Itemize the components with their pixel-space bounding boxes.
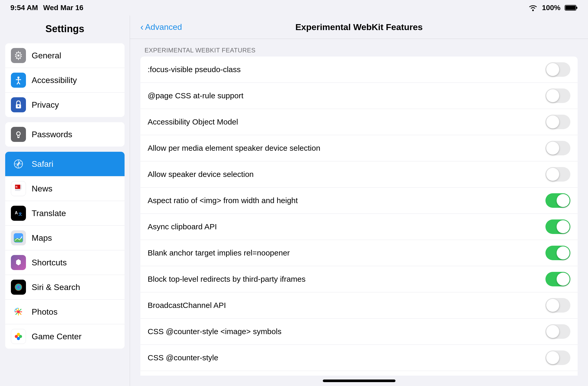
toggle-focus-visible[interactable] xyxy=(545,62,570,77)
toggle-knob xyxy=(546,299,559,312)
general-label: General xyxy=(32,51,61,60)
feature-item: CSS @counter-style <image> symbols xyxy=(140,319,578,345)
status-time: 9:54 AM xyxy=(10,4,38,12)
feature-label: Async clipboard API xyxy=(148,222,217,231)
settings-group-2: Passwords xyxy=(5,122,125,147)
svg-line-9 xyxy=(18,82,20,84)
sidebar-item-translate[interactable]: A 文 Translate xyxy=(5,201,125,226)
sidebar-item-gamecenter[interactable]: Game Center xyxy=(5,324,125,349)
back-button[interactable]: ‹ Advanced xyxy=(140,22,182,33)
feature-label: Block top-level redirects by third-party… xyxy=(148,275,306,284)
main-layout: Settings General xyxy=(0,16,588,386)
translate-label: Translate xyxy=(32,209,66,218)
back-label: Advanced xyxy=(145,22,182,32)
siri-icon xyxy=(11,280,26,295)
svg-rect-14 xyxy=(18,136,19,137)
sidebar-item-safari[interactable]: Safari xyxy=(5,152,125,176)
shortcuts-icon xyxy=(11,255,26,270)
news-label: News xyxy=(32,184,52,194)
status-bar-right: 100% xyxy=(528,4,578,12)
sidebar-item-news[interactable]: N News xyxy=(5,176,125,201)
toggle-block-redirects[interactable] xyxy=(545,272,570,286)
photos-label: Photos xyxy=(32,307,58,317)
feature-label: Allow speaker device selection xyxy=(148,170,254,179)
sidebar-item-shortcuts[interactable]: Shortcuts xyxy=(5,250,125,275)
status-bar-left: 9:54 AM Wed Mar 16 xyxy=(10,4,83,12)
feature-item: Blank anchor target implies rel=noopener xyxy=(140,240,578,266)
svg-point-5 xyxy=(17,77,19,79)
toggle-css-counter-style[interactable] xyxy=(545,350,570,365)
sidebar-title: Settings xyxy=(5,21,125,37)
siri-label: Siri & Search xyxy=(32,282,80,292)
feature-label: Accessibility Object Model xyxy=(148,118,238,126)
battery-percent: 100% xyxy=(542,4,560,12)
gamecenter-label: Game Center xyxy=(32,332,81,341)
svg-text:文: 文 xyxy=(18,212,22,216)
feature-item: Aspect ratio of <img> from width and hei… xyxy=(140,188,578,214)
toggle-knob xyxy=(557,220,570,233)
toggle-knob xyxy=(546,325,559,338)
toggle-page-css[interactable] xyxy=(545,88,570,103)
accessibility-label: Accessibility xyxy=(32,75,77,85)
feature-item: Allow speaker device selection xyxy=(140,161,578,188)
feature-item: CSS @counter-style xyxy=(140,345,578,371)
toggle-blank-anchor[interactable] xyxy=(545,246,570,260)
feature-item: Async clipboard API xyxy=(140,214,578,240)
sidebar-item-privacy[interactable]: Privacy xyxy=(5,93,125,117)
page-title: Experimental WebKit Features xyxy=(295,22,423,32)
status-bar: 9:54 AM Wed Mar 16 100% xyxy=(0,0,588,16)
safari-icon xyxy=(11,156,26,171)
passwords-label: Passwords xyxy=(32,130,72,139)
toggle-knob xyxy=(546,115,559,128)
toggle-broadcast-channel[interactable] xyxy=(545,298,570,313)
sidebar-item-maps[interactable]: Maps xyxy=(5,226,125,250)
home-bar xyxy=(323,380,395,382)
feature-label: @page CSS at-rule support xyxy=(148,91,243,100)
feature-label: CSS @counter-style xyxy=(148,353,218,362)
content-area: EXPERIMENTAL WEBKIT FEATURES :focus-visi… xyxy=(130,39,588,376)
safari-label: Safari xyxy=(32,159,53,169)
feature-label: CSS @counter-style <image> symbols xyxy=(148,327,282,336)
svg-marker-18 xyxy=(17,161,20,166)
photos-icon xyxy=(11,304,26,319)
sidebar: Settings General xyxy=(0,16,130,386)
feature-label: :focus-visible pseudo-class xyxy=(148,65,241,74)
sidebar-item-siri[interactable]: Siri & Search xyxy=(5,275,125,300)
svg-point-12 xyxy=(17,132,20,135)
feature-label: Blank anchor target implies rel=noopener xyxy=(148,249,290,257)
svg-point-27 xyxy=(17,311,20,313)
battery-icon xyxy=(565,4,578,11)
svg-point-4 xyxy=(17,54,19,57)
general-icon xyxy=(11,48,26,63)
feature-label: BroadcastChannel API xyxy=(148,301,226,310)
status-date: Wed Mar 16 xyxy=(43,4,83,12)
svg-text:N: N xyxy=(16,185,17,188)
toggle-aspect-ratio-img[interactable] xyxy=(545,193,570,208)
toggle-knob xyxy=(546,89,559,102)
wifi-icon xyxy=(528,4,538,11)
feature-item: Block top-level redirects by third-party… xyxy=(140,266,578,292)
sidebar-item-photos[interactable]: Photos xyxy=(5,300,125,324)
right-panel: ‹ Advanced Experimental WebKit Features … xyxy=(130,16,588,386)
svg-point-0 xyxy=(532,10,534,11)
toggle-accessibility-model[interactable] xyxy=(545,115,570,129)
toggle-css-counter-image[interactable] xyxy=(545,324,570,339)
sidebar-item-accessibility[interactable]: Accessibility xyxy=(5,68,125,93)
toggle-knob xyxy=(546,142,559,155)
sidebar-item-general[interactable]: General xyxy=(5,43,125,68)
sidebar-item-passwords[interactable]: Passwords xyxy=(5,122,125,147)
toggle-knob xyxy=(546,63,559,76)
accessibility-icon xyxy=(11,73,26,88)
feature-item: CSS Aspect Ratio xyxy=(140,371,578,376)
home-indicator xyxy=(130,376,588,386)
toggle-knob xyxy=(546,168,559,181)
privacy-icon xyxy=(11,97,26,112)
feature-list: :focus-visible pseudo-class@page CSS at-… xyxy=(140,57,578,376)
toggle-async-clipboard[interactable] xyxy=(545,219,570,234)
gamecenter-icon xyxy=(11,329,26,344)
toggle-media-speaker[interactable] xyxy=(545,141,570,155)
maps-label: Maps xyxy=(32,233,52,243)
shortcuts-label: Shortcuts xyxy=(32,258,67,267)
toggle-knob xyxy=(557,194,570,207)
toggle-speaker-selection[interactable] xyxy=(545,167,570,182)
